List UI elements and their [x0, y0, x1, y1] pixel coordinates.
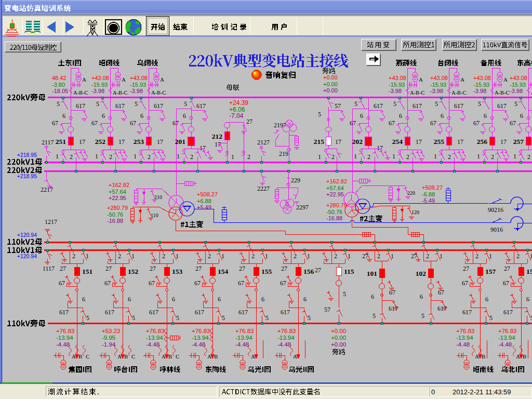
- svg-text:67: 67: [59, 280, 65, 287]
- svg-text:5: 5: [373, 312, 376, 320]
- svg-text:1: 1: [530, 252, 532, 260]
- svg-text:2: 2: [208, 252, 211, 260]
- svg-text:2: 2: [148, 153, 151, 161]
- svg-text:+0.00: +0.00: [323, 81, 338, 87]
- svg-text:1: 1: [265, 252, 268, 260]
- svg-text:6: 6: [183, 112, 186, 119]
- svg-text:+53.23: +53.23: [102, 328, 121, 334]
- svg-text:67: 67: [149, 280, 155, 287]
- svg-text:+280.79: +280.79: [107, 205, 128, 211]
- svg-text:617: 617: [437, 305, 447, 312]
- svg-text:120: 120: [411, 209, 419, 215]
- svg-text:A-B-C: A-B-C: [151, 90, 166, 96]
- svg-text:27: 27: [239, 265, 245, 272]
- svg-text:256: 256: [477, 138, 488, 145]
- svg-text:17: 17: [416, 138, 422, 145]
- svg-text:617: 617: [238, 309, 248, 316]
- svg-text:A-B-C: A-B-C: [410, 90, 425, 96]
- svg-text:-3.98: -3.98: [130, 88, 143, 94]
- svg-text:27: 27: [315, 267, 321, 274]
- svg-text:5: 5: [354, 100, 357, 108]
- svg-text:+5.49: +5.49: [197, 204, 211, 210]
- svg-text:2: 2: [334, 252, 337, 260]
- svg-text:+218.95: +218.95: [17, 152, 37, 158]
- svg-text:254: 254: [392, 138, 403, 145]
- svg-text:1: 1: [434, 153, 437, 160]
- svg-text:-15.93: -15.93: [91, 82, 108, 88]
- svg-text:6: 6: [399, 112, 402, 119]
- svg-text:+508.27: +508.27: [422, 184, 443, 191]
- svg-text:+0.00: +0.00: [331, 341, 346, 348]
- svg-text:156: 156: [303, 268, 314, 275]
- svg-text:5: 5: [96, 100, 99, 108]
- svg-text:617: 617: [59, 309, 69, 316]
- svg-text:152: 152: [128, 268, 139, 275]
- svg-text:5: 5: [308, 314, 311, 322]
- svg-text:A: A: [419, 76, 423, 83]
- svg-text:-5.49: -5.49: [422, 197, 435, 204]
- svg-text:2: 2: [70, 153, 73, 161]
- svg-text:+43.08: +43.08: [430, 75, 448, 81]
- svg-text:102: 102: [416, 270, 427, 277]
- svg-text:67: 67: [473, 119, 480, 127]
- svg-text:+57.64: +57.64: [326, 185, 344, 191]
- svg-text:-15.93: -15.93: [389, 82, 405, 88]
- svg-text:67: 67: [280, 280, 286, 287]
- svg-text:-15.93: -15.93: [130, 82, 146, 88]
- svg-text:1117: 1117: [43, 265, 55, 272]
- svg-text:252: 252: [95, 138, 106, 145]
- svg-text:67: 67: [503, 280, 509, 287]
- svg-text:67: 67: [510, 119, 516, 127]
- svg-text:2: 2: [162, 252, 165, 260]
- svg-text:5: 5: [435, 100, 438, 108]
- svg-text:5: 5: [478, 100, 481, 108]
- svg-text:1: 1: [221, 252, 224, 260]
- svg-text:2: 2: [448, 153, 451, 161]
- svg-text:617: 617: [462, 309, 472, 316]
- svg-text:A: A: [460, 76, 464, 83]
- svg-text:+43.08: +43.08: [130, 75, 148, 81]
- svg-text:158: 158: [526, 268, 532, 275]
- svg-text:+22.95: +22.95: [326, 191, 344, 197]
- svg-text:2: 2: [294, 252, 297, 260]
- svg-text:101: 101: [367, 270, 378, 277]
- svg-text:2117: 2117: [42, 139, 54, 146]
- svg-text:A: A: [160, 76, 164, 83]
- svg-text:-1.94: -1.94: [102, 341, 116, 348]
- svg-text:-4.48: -4.48: [456, 341, 470, 348]
- svg-text:6: 6: [303, 296, 307, 303]
- svg-text:1: 1: [231, 153, 234, 161]
- svg-text:+162.82: +162.82: [326, 178, 347, 184]
- svg-text:2: 2: [491, 153, 494, 161]
- svg-text:617: 617: [497, 102, 507, 110]
- svg-text:-15.93: -15.93: [510, 82, 526, 88]
- svg-text:67: 67: [389, 289, 395, 296]
- svg-text:67: 67: [430, 119, 436, 127]
- svg-text:27: 27: [504, 265, 510, 272]
- svg-text:1: 1: [134, 153, 137, 160]
- svg-text:6: 6: [485, 296, 488, 303]
- svg-text:+218.95: +218.95: [17, 173, 37, 179]
- svg-text:5: 5: [86, 314, 89, 322]
- svg-text:67: 67: [462, 280, 468, 287]
- svg-text:67: 67: [238, 280, 244, 287]
- svg-text:617: 617: [196, 102, 206, 110]
- svg-text:C: C: [86, 353, 89, 360]
- svg-text:A-B-C: A-B-C: [495, 90, 510, 96]
- svg-text:27: 27: [105, 265, 112, 272]
- svg-text:6: 6: [62, 112, 65, 119]
- svg-text:215: 215: [314, 138, 325, 145]
- svg-text:617: 617: [154, 102, 163, 110]
- svg-text:202: 202: [352, 138, 363, 145]
- svg-text:-50.76: -50.76: [107, 211, 123, 218]
- svg-text:+76.83: +76.83: [146, 328, 165, 334]
- svg-text:212: 212: [212, 132, 223, 140]
- svg-text:1: 1: [56, 153, 59, 160]
- svg-text:2: 2: [475, 252, 478, 260]
- svg-text:5: 5: [176, 314, 179, 322]
- svg-text:255: 255: [434, 138, 445, 145]
- svg-text:6: 6: [128, 296, 131, 303]
- svg-text:+76.83: +76.83: [456, 328, 475, 334]
- svg-text:17: 17: [500, 138, 507, 145]
- svg-text:6: 6: [360, 112, 363, 119]
